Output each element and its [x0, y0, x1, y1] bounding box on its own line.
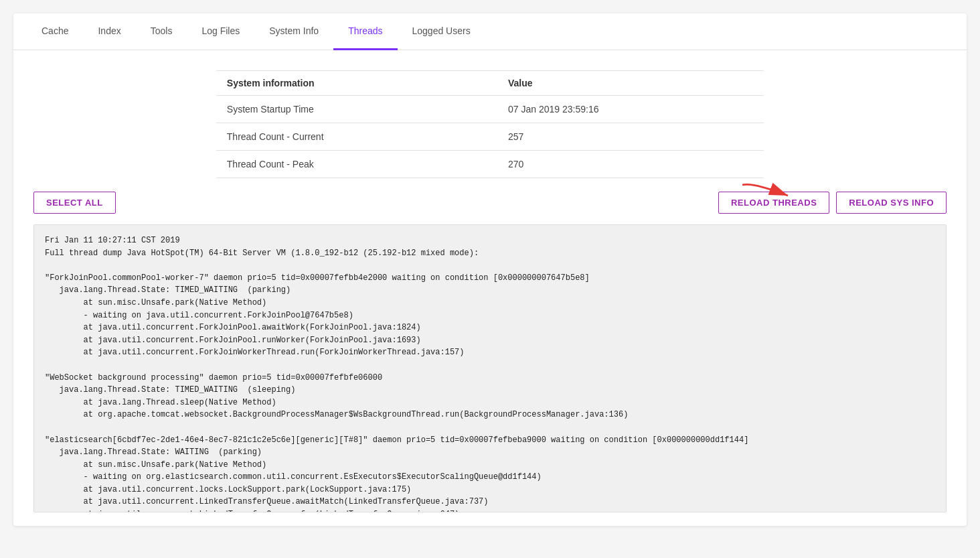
sysinfo-label-thread-peak: Thread Count - Peak — [216, 151, 497, 178]
sysinfo-value-startup: 07 Jan 2019 23:59:16 — [497, 96, 764, 123]
sysinfo-col2-header: Value — [497, 71, 764, 96]
tab-content: System information Value System Startup … — [13, 50, 967, 526]
tab-bar: Cache Index Tools Log Files System Info … — [13, 13, 967, 50]
sysinfo-value-thread-current: 257 — [497, 123, 764, 151]
buttons-area: SELECT ALL RELOAD THREADS RELOAD SYS INF… — [33, 192, 947, 214]
select-all-button[interactable]: SELECT ALL — [33, 192, 116, 214]
main-container: Cache Index Tools Log Files System Info … — [13, 13, 967, 526]
table-row: Thread Count - Peak 270 — [216, 151, 764, 178]
tab-threads[interactable]: Threads — [333, 13, 397, 50]
sysinfo-col1-header: System information — [216, 71, 497, 96]
table-row: System Startup Time 07 Jan 2019 23:59:16 — [216, 96, 764, 123]
sysinfo-value-thread-peak: 270 — [497, 151, 764, 178]
sysinfo-label-thread-current: Thread Count - Current — [216, 123, 497, 151]
tab-log-files[interactable]: Log Files — [187, 13, 254, 50]
sysinfo-table: System information Value System Startup … — [216, 70, 764, 178]
sysinfo-label-startup: System Startup Time — [216, 96, 497, 123]
reload-sys-info-button[interactable]: RELOAD SYS INFO — [836, 192, 947, 214]
thread-dump-output: Fri Jan 11 10:27:11 CST 2019 Full thread… — [33, 224, 947, 512]
tab-cache[interactable]: Cache — [27, 13, 83, 50]
table-row: Thread Count - Current 257 — [216, 123, 764, 151]
tab-index[interactable]: Index — [83, 13, 135, 50]
tab-tools[interactable]: Tools — [136, 13, 187, 50]
right-buttons: RELOAD THREADS RELOAD SYS INFO — [718, 192, 947, 214]
tab-system-info[interactable]: System Info — [254, 13, 333, 50]
tab-logged-users[interactable]: Logged Users — [398, 13, 485, 50]
reload-threads-button[interactable]: RELOAD THREADS — [718, 192, 829, 214]
